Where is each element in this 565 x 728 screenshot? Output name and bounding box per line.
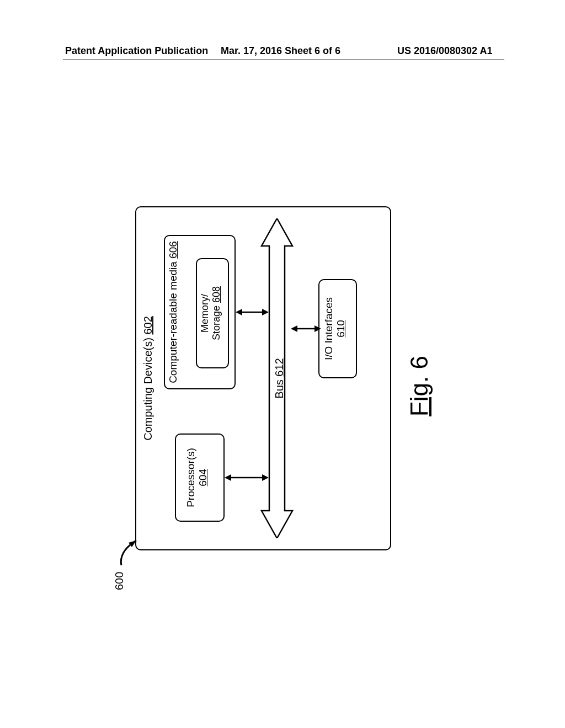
io-box: I/O Interfaces 610 — [318, 279, 357, 378]
computing-device-text: Computing Device(s) — [142, 338, 154, 441]
memory-label-1: Memory/ — [199, 259, 211, 367]
processor-num: 604 — [197, 435, 209, 521]
patent-page: Patent Application Publication Mar. 17, … — [0, 0, 565, 728]
svg-marker-5 — [236, 309, 242, 315]
bus-text: Bus — [273, 379, 285, 398]
header-rule — [63, 60, 504, 60]
header-center: Mar. 17, 2016 Sheet 6 of 6 — [221, 45, 340, 57]
header-right: US 2016/0080302 A1 — [397, 45, 492, 57]
memory-label-2: Storage — [211, 306, 222, 340]
computing-device-box: Computing Device(s) 602 Processor(s) 604… — [135, 206, 391, 550]
connector-io-bus-icon — [291, 320, 321, 337]
media-box: Computer-readable media 606 Memory/ Stor… — [164, 235, 236, 389]
media-num: 606 — [167, 241, 179, 259]
figure-caption-num: . 6 — [406, 356, 433, 383]
computing-device-num: 602 — [142, 316, 154, 334]
io-num: 610 — [335, 280, 347, 377]
processor-label: Processor(s) — [185, 435, 197, 521]
media-label-line: Computer-readable media 606 — [167, 236, 179, 388]
figure-6: 600 Computing Device(s) 602 Processor(s)… — [130, 182, 439, 590]
processor-box: Processor(s) 604 — [175, 433, 225, 522]
bus-num: 612 — [273, 358, 285, 376]
memory-label-2-line: Storage 608 — [211, 259, 222, 367]
header-left: Patent Application Publication — [65, 45, 208, 57]
svg-marker-2 — [225, 474, 231, 481]
memory-box: Memory/ Storage 608 — [196, 258, 229, 368]
media-label: Computer-readable media — [167, 261, 179, 383]
io-label: I/O Interfaces — [323, 280, 335, 377]
memory-num: 608 — [211, 286, 222, 303]
figure-ref-number: 600 — [113, 572, 126, 590]
bus-label: Bus 612 — [273, 207, 286, 549]
figure-caption: Fig. 6 — [406, 182, 433, 590]
computing-device-label: Computing Device(s) 602 — [142, 207, 154, 549]
figure-caption-prefix: Fig — [406, 383, 433, 416]
